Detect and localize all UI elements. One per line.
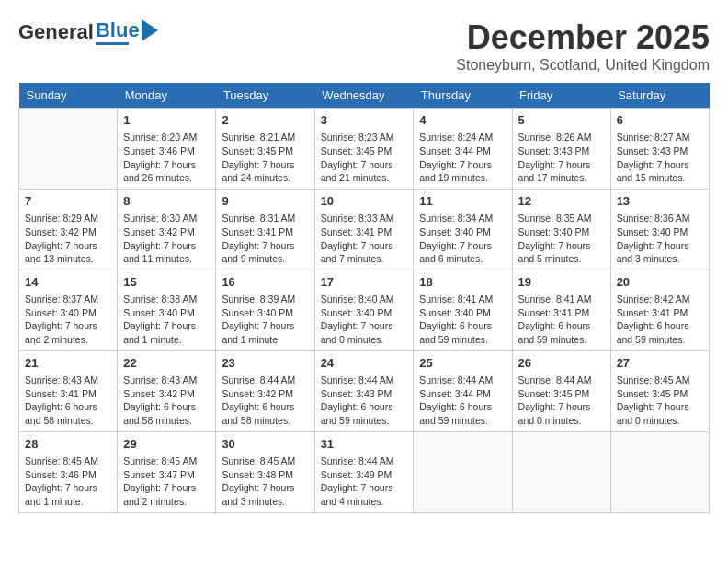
calendar-cell — [19, 109, 118, 190]
day-number: 24 — [321, 355, 408, 372]
day-info: Sunrise: 8:35 AM Sunset: 3:40 PM Dayligh… — [518, 212, 605, 266]
calendar-cell: 24Sunrise: 8:44 AM Sunset: 3:43 PM Dayli… — [314, 350, 414, 431]
column-header-sunday: Sunday — [19, 83, 118, 109]
day-info: Sunrise: 8:34 AM Sunset: 3:40 PM Dayligh… — [419, 212, 506, 266]
day-number: 6 — [617, 112, 703, 129]
day-number: 29 — [123, 436, 210, 453]
calendar-cell: 23Sunrise: 8:44 AM Sunset: 3:42 PM Dayli… — [216, 350, 314, 431]
calendar-week-row: 1Sunrise: 8:20 AM Sunset: 3:46 PM Daylig… — [19, 109, 710, 190]
day-number: 21 — [25, 355, 111, 372]
day-number: 22 — [123, 355, 210, 372]
day-info: Sunrise: 8:26 AM Sunset: 3:43 PM Dayligh… — [518, 131, 605, 185]
day-number: 18 — [419, 274, 506, 291]
day-info: Sunrise: 8:27 AM Sunset: 3:43 PM Dayligh… — [617, 131, 703, 185]
logo: General Blue — [18, 18, 158, 45]
calendar-week-row: 21Sunrise: 8:43 AM Sunset: 3:41 PM Dayli… — [19, 350, 710, 431]
day-info: Sunrise: 8:44 AM Sunset: 3:44 PM Dayligh… — [419, 373, 506, 428]
day-number: 12 — [518, 193, 605, 210]
calendar-cell: 10Sunrise: 8:33 AM Sunset: 3:41 PM Dayli… — [314, 189, 414, 270]
calendar-cell — [414, 431, 512, 512]
calendar-cell: 7Sunrise: 8:29 AM Sunset: 3:42 PM Daylig… — [19, 189, 118, 270]
day-info: Sunrise: 8:36 AM Sunset: 3:40 PM Dayligh… — [617, 212, 703, 266]
day-info: Sunrise: 8:41 AM Sunset: 3:41 PM Dayligh… — [518, 293, 605, 347]
day-info: Sunrise: 8:45 AM Sunset: 3:45 PM Dayligh… — [617, 373, 703, 428]
calendar-cell: 28Sunrise: 8:45 AM Sunset: 3:46 PM Dayli… — [19, 431, 118, 512]
calendar-cell: 30Sunrise: 8:45 AM Sunset: 3:48 PM Dayli… — [216, 431, 314, 512]
calendar-cell — [610, 431, 709, 512]
day-info: Sunrise: 8:37 AM Sunset: 3:40 PM Dayligh… — [25, 293, 111, 347]
day-number: 8 — [123, 193, 210, 210]
day-info: Sunrise: 8:31 AM Sunset: 3:41 PM Dayligh… — [222, 212, 308, 266]
day-number: 4 — [419, 112, 506, 129]
day-number: 19 — [518, 274, 605, 291]
logo-general-text: General — [18, 20, 94, 44]
column-header-saturday: Saturday — [610, 83, 709, 109]
day-info: Sunrise: 8:24 AM Sunset: 3:44 PM Dayligh… — [419, 131, 506, 185]
day-number: 9 — [222, 193, 308, 210]
day-number: 16 — [222, 274, 308, 291]
day-info: Sunrise: 8:45 AM Sunset: 3:46 PM Dayligh… — [25, 454, 111, 509]
day-info: Sunrise: 8:21 AM Sunset: 3:45 PM Dayligh… — [222, 131, 308, 185]
calendar-cell: 21Sunrise: 8:43 AM Sunset: 3:41 PM Dayli… — [19, 350, 118, 431]
day-number: 7 — [25, 193, 111, 210]
day-info: Sunrise: 8:23 AM Sunset: 3:45 PM Dayligh… — [321, 131, 408, 185]
day-info: Sunrise: 8:43 AM Sunset: 3:41 PM Dayligh… — [25, 373, 111, 428]
calendar-cell: 26Sunrise: 8:44 AM Sunset: 3:45 PM Dayli… — [512, 350, 610, 431]
calendar-cell: 27Sunrise: 8:45 AM Sunset: 3:45 PM Dayli… — [610, 350, 709, 431]
day-info: Sunrise: 8:20 AM Sunset: 3:46 PM Dayligh… — [123, 131, 210, 185]
day-info: Sunrise: 8:45 AM Sunset: 3:48 PM Dayligh… — [222, 454, 308, 509]
calendar-cell: 18Sunrise: 8:41 AM Sunset: 3:40 PM Dayli… — [414, 270, 512, 350]
logo-arrow-icon — [142, 19, 158, 41]
calendar-cell: 1Sunrise: 8:20 AM Sunset: 3:46 PM Daylig… — [118, 109, 216, 190]
page-header: General Blue December 2025 Stoneyburn, S… — [18, 18, 710, 74]
calendar-cell: 15Sunrise: 8:38 AM Sunset: 3:40 PM Dayli… — [118, 270, 216, 350]
calendar-cell: 22Sunrise: 8:43 AM Sunset: 3:42 PM Dayli… — [118, 350, 216, 431]
location-subtitle: Stoneyburn, Scotland, United Kingdom — [456, 57, 710, 74]
day-number: 26 — [518, 355, 605, 372]
calendar-cell: 16Sunrise: 8:39 AM Sunset: 3:40 PM Dayli… — [216, 270, 314, 350]
calendar-cell: 5Sunrise: 8:26 AM Sunset: 3:43 PM Daylig… — [512, 109, 610, 190]
calendar-cell: 8Sunrise: 8:30 AM Sunset: 3:42 PM Daylig… — [118, 189, 216, 270]
calendar-cell: 31Sunrise: 8:44 AM Sunset: 3:49 PM Dayli… — [314, 431, 414, 512]
column-header-monday: Monday — [118, 83, 216, 109]
calendar-cell: 20Sunrise: 8:42 AM Sunset: 3:41 PM Dayli… — [610, 270, 709, 350]
calendar-cell: 29Sunrise: 8:45 AM Sunset: 3:47 PM Dayli… — [118, 431, 216, 512]
column-header-thursday: Thursday — [414, 83, 512, 109]
calendar-cell: 14Sunrise: 8:37 AM Sunset: 3:40 PM Dayli… — [19, 270, 118, 350]
day-info: Sunrise: 8:33 AM Sunset: 3:41 PM Dayligh… — [321, 212, 408, 266]
day-number: 23 — [222, 355, 308, 372]
calendar-week-row: 14Sunrise: 8:37 AM Sunset: 3:40 PM Dayli… — [19, 270, 710, 350]
day-info: Sunrise: 8:40 AM Sunset: 3:40 PM Dayligh… — [321, 293, 408, 347]
day-info: Sunrise: 8:44 AM Sunset: 3:42 PM Dayligh… — [222, 373, 308, 428]
calendar-cell: 9Sunrise: 8:31 AM Sunset: 3:41 PM Daylig… — [216, 189, 314, 270]
day-number: 25 — [419, 355, 506, 372]
column-header-tuesday: Tuesday — [216, 83, 314, 109]
day-number: 2 — [222, 112, 308, 129]
day-info: Sunrise: 8:44 AM Sunset: 3:45 PM Dayligh… — [518, 373, 605, 428]
day-info: Sunrise: 8:38 AM Sunset: 3:40 PM Dayligh… — [123, 293, 210, 347]
day-info: Sunrise: 8:29 AM Sunset: 3:42 PM Dayligh… — [25, 212, 111, 266]
day-number: 28 — [25, 436, 111, 453]
day-info: Sunrise: 8:43 AM Sunset: 3:42 PM Dayligh… — [123, 373, 210, 428]
day-number: 15 — [123, 274, 210, 291]
day-info: Sunrise: 8:41 AM Sunset: 3:40 PM Dayligh… — [419, 293, 506, 347]
calendar-week-row: 7Sunrise: 8:29 AM Sunset: 3:42 PM Daylig… — [19, 189, 710, 270]
calendar-week-row: 28Sunrise: 8:45 AM Sunset: 3:46 PM Dayli… — [19, 431, 710, 512]
logo-blue-text: Blue — [96, 18, 140, 42]
day-number: 3 — [321, 112, 408, 129]
day-number: 30 — [222, 436, 308, 453]
calendar-cell: 19Sunrise: 8:41 AM Sunset: 3:41 PM Dayli… — [512, 270, 610, 350]
calendar-cell — [512, 431, 610, 512]
title-block: December 2025 Stoneyburn, Scotland, Unit… — [456, 18, 710, 74]
month-title: December 2025 — [456, 18, 710, 57]
calendar-cell: 2Sunrise: 8:21 AM Sunset: 3:45 PM Daylig… — [216, 109, 314, 190]
calendar-cell: 3Sunrise: 8:23 AM Sunset: 3:45 PM Daylig… — [314, 109, 414, 190]
calendar-cell: 13Sunrise: 8:36 AM Sunset: 3:40 PM Dayli… — [610, 189, 709, 270]
day-number: 27 — [617, 355, 703, 372]
column-header-wednesday: Wednesday — [314, 83, 414, 109]
day-info: Sunrise: 8:45 AM Sunset: 3:47 PM Dayligh… — [123, 454, 210, 509]
day-info: Sunrise: 8:39 AM Sunset: 3:40 PM Dayligh… — [222, 293, 308, 347]
calendar-cell: 4Sunrise: 8:24 AM Sunset: 3:44 PM Daylig… — [414, 109, 512, 190]
calendar-cell: 17Sunrise: 8:40 AM Sunset: 3:40 PM Dayli… — [314, 270, 414, 350]
day-number: 17 — [321, 274, 408, 291]
